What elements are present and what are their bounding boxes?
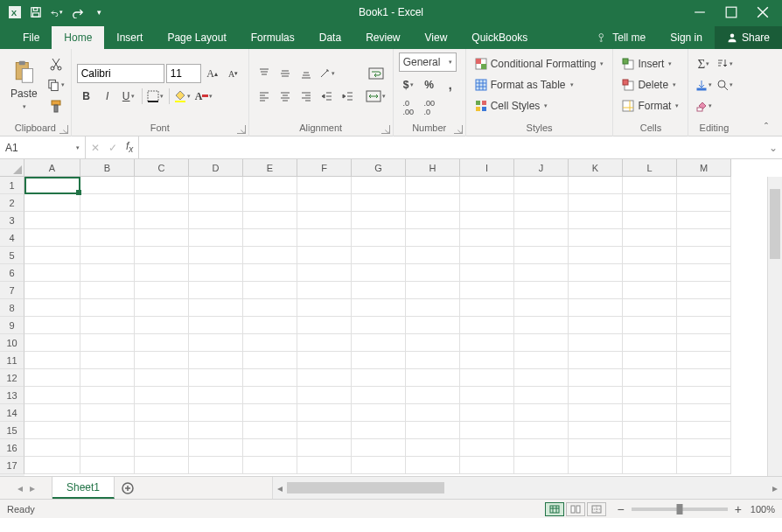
horizontal-scrollbar[interactable]: ◂▸ <box>272 477 782 499</box>
cell[interactable] <box>297 177 352 194</box>
cell[interactable] <box>80 422 135 439</box>
cell[interactable] <box>135 439 189 457</box>
cell[interactable] <box>460 177 514 194</box>
cell[interactable] <box>677 194 731 212</box>
cell[interactable] <box>80 229 135 247</box>
cell[interactable] <box>135 264 189 282</box>
cell[interactable] <box>677 334 731 352</box>
cell[interactable] <box>297 352 352 369</box>
cell[interactable] <box>569 334 623 352</box>
orientation-button[interactable]: ▾ <box>318 64 337 83</box>
cell[interactable] <box>623 439 677 457</box>
cell[interactable] <box>406 282 460 299</box>
cell[interactable] <box>352 229 406 247</box>
row-header[interactable]: 10 <box>0 334 24 352</box>
cell[interactable] <box>297 212 352 229</box>
vertical-scrollbar[interactable] <box>767 177 782 476</box>
cell[interactable] <box>460 247 514 264</box>
cell[interactable] <box>460 264 514 282</box>
cell[interactable] <box>352 334 406 352</box>
cell[interactable] <box>406 229 460 247</box>
cell[interactable] <box>189 194 243 212</box>
close-icon[interactable] <box>757 6 769 18</box>
column-header[interactable]: G <box>352 159 406 177</box>
zoom-out-button[interactable]: − <box>617 502 624 516</box>
cell[interactable] <box>243 264 297 282</box>
row-header[interactable]: 1 <box>0 177 24 194</box>
cell[interactable] <box>514 282 569 299</box>
cell[interactable] <box>243 404 297 422</box>
cell[interactable] <box>352 264 406 282</box>
cell[interactable] <box>80 177 135 194</box>
cell[interactable] <box>352 439 406 457</box>
cell[interactable] <box>623 264 677 282</box>
cell[interactable] <box>297 299 352 317</box>
cell[interactable] <box>297 264 352 282</box>
redo-icon[interactable] <box>72 6 84 18</box>
cell[interactable] <box>80 282 135 299</box>
comma-format-button[interactable]: , <box>441 75 460 94</box>
column-header[interactable]: B <box>80 159 135 177</box>
cell[interactable] <box>189 369 243 387</box>
cell[interactable] <box>460 229 514 247</box>
cell[interactable] <box>80 369 135 387</box>
row-header[interactable]: 5 <box>0 247 24 264</box>
cell[interactable] <box>80 334 135 352</box>
cell[interactable] <box>80 387 135 404</box>
cell[interactable] <box>24 177 80 194</box>
column-header[interactable]: A <box>24 159 80 177</box>
fill-button[interactable]: ▾ <box>694 75 713 94</box>
cell[interactable] <box>569 422 623 439</box>
tab-view[interactable]: View <box>413 26 460 49</box>
cell[interactable] <box>80 194 135 212</box>
cell[interactable] <box>135 194 189 212</box>
cell[interactable] <box>569 369 623 387</box>
cell[interactable] <box>623 282 677 299</box>
cell[interactable] <box>406 334 460 352</box>
cell[interactable] <box>623 387 677 404</box>
decrease-indent-button[interactable] <box>318 87 337 106</box>
cell[interactable] <box>677 387 731 404</box>
cell[interactable] <box>297 194 352 212</box>
cell[interactable] <box>297 422 352 439</box>
cell[interactable] <box>569 299 623 317</box>
cell[interactable] <box>189 404 243 422</box>
cell[interactable] <box>80 212 135 229</box>
cell[interactable] <box>243 212 297 229</box>
cell[interactable] <box>135 212 189 229</box>
cell[interactable] <box>677 317 731 334</box>
row-header[interactable]: 8 <box>0 299 24 317</box>
cell[interactable] <box>352 194 406 212</box>
cell[interactable] <box>80 299 135 317</box>
borders-button[interactable]: ▾ <box>146 87 165 106</box>
cell[interactable] <box>243 422 297 439</box>
enter-formula-icon[interactable]: ✓ <box>108 142 117 154</box>
font-size-combo[interactable] <box>166 64 201 83</box>
cell[interactable] <box>243 334 297 352</box>
cell[interactable] <box>24 387 80 404</box>
cell[interactable] <box>677 282 731 299</box>
cell[interactable] <box>677 299 731 317</box>
tab-formulas[interactable]: Formulas <box>239 26 307 49</box>
cell[interactable] <box>352 247 406 264</box>
cell[interactable] <box>189 422 243 439</box>
cell[interactable] <box>189 439 243 457</box>
cell[interactable] <box>189 212 243 229</box>
cell[interactable] <box>243 387 297 404</box>
wrap-text-button[interactable] <box>365 64 388 83</box>
cell[interactable] <box>623 334 677 352</box>
column-header[interactable]: E <box>243 159 297 177</box>
cell[interactable] <box>80 352 135 369</box>
cell[interactable] <box>623 404 677 422</box>
zoom-in-button[interactable]: + <box>735 502 742 516</box>
row-header[interactable]: 15 <box>0 422 24 439</box>
tab-home[interactable]: Home <box>52 26 104 49</box>
cell[interactable] <box>406 317 460 334</box>
column-header[interactable]: L <box>623 159 677 177</box>
expand-formula-bar-icon[interactable]: ⌄ <box>765 136 782 158</box>
cell[interactable] <box>189 317 243 334</box>
column-header[interactable]: M <box>677 159 731 177</box>
cell[interactable] <box>514 177 569 194</box>
cell[interactable] <box>406 369 460 387</box>
cell[interactable] <box>243 439 297 457</box>
